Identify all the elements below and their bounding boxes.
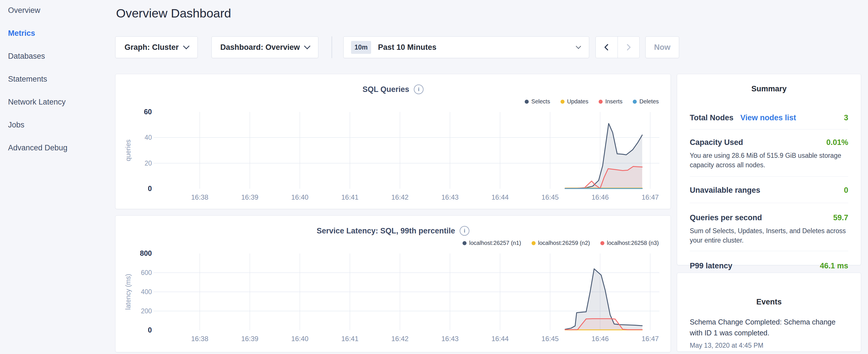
chart-title: Service Latency: SQL, 99th percentile [317, 227, 455, 235]
svg-text:16:47: 16:47 [642, 335, 659, 343]
sidebar-item-databases[interactable]: Databases [8, 53, 115, 60]
svg-text:latency (ms): latency (ms) [124, 274, 132, 310]
svg-text:16:45: 16:45 [541, 193, 559, 201]
legend-label: localhost:26257 (n1) [469, 240, 521, 246]
summary-title: Summary [690, 85, 848, 93]
svg-text:200: 200 [141, 307, 152, 315]
sidebar-item-metrics[interactable]: Metrics [8, 30, 115, 37]
chart-title: SQL Queries [363, 85, 409, 94]
time-prev-button[interactable] [596, 37, 618, 58]
dashboard-dropdown[interactable]: Dashboard: Overview [212, 36, 318, 58]
time-range-label: Past 10 Minutes [378, 43, 436, 52]
summary-panel: Summary Total Nodes View nodes list 3 Ca… [677, 74, 861, 265]
legend-dot-icon [560, 100, 564, 104]
service-latency-plot[interactable]: 16:3816:3916:4016:4116:4216:4316:4416:45… [116, 216, 671, 353]
chevron-down-icon [304, 43, 311, 50]
svg-text:16:38: 16:38 [191, 335, 208, 343]
chevron-down-icon [183, 43, 189, 50]
summary-value: 59.7 [833, 213, 848, 222]
legend-dot-icon [599, 100, 602, 104]
legend-dot-icon [600, 241, 604, 245]
svg-text:16:41: 16:41 [341, 335, 359, 343]
summary-description: You are using 28.6 MiB of 515.9 GiB usab… [690, 151, 848, 170]
summary-value: 0.01% [826, 138, 848, 147]
chart-legend: localhost:26257 (n1)localhost:26259 (n2)… [463, 240, 659, 246]
summary-row-unavailable-ranges: Unavailable ranges 0 [690, 186, 848, 195]
sidebar-item-jobs[interactable]: Jobs [8, 121, 115, 129]
graph-scope-label: Graph: Cluster [124, 43, 179, 52]
legend-dot-icon [532, 241, 535, 245]
legend-item: localhost:26259 (n2) [532, 240, 590, 246]
time-next-button[interactable] [618, 37, 640, 58]
svg-text:16:38: 16:38 [191, 193, 208, 201]
legend-item: Deletes [633, 98, 659, 105]
legend-label: Inserts [605, 98, 622, 105]
dashboard-label: Dashboard: Overview [220, 43, 300, 52]
chart-legend: SelectsUpdatesInsertsDeletes [525, 98, 659, 105]
svg-text:16:42: 16:42 [392, 193, 409, 201]
svg-text:16:41: 16:41 [341, 193, 359, 201]
time-range-selector[interactable]: 10m Past 10 Minutes [343, 36, 589, 58]
graph-scope-dropdown[interactable]: Graph: Cluster [115, 36, 198, 58]
svg-text:16:43: 16:43 [441, 335, 459, 343]
chevron-left-icon [602, 43, 611, 51]
svg-text:queries: queries [124, 139, 132, 161]
events-title: Events [690, 297, 848, 307]
summary-row-queries-per-second: Queries per second 59.7 [690, 213, 848, 222]
legend-label: localhost:26259 (n2) [538, 240, 590, 246]
svg-text:16:43: 16:43 [441, 193, 459, 201]
svg-text:40: 40 [145, 134, 152, 141]
legend-dot-icon [633, 100, 637, 104]
legend-item: localhost:26257 (n1) [463, 240, 521, 246]
sidebar-item-network-latency[interactable]: Network Latency [8, 98, 115, 106]
legend-label: Deletes [639, 98, 659, 105]
info-icon[interactable]: i [414, 85, 424, 94]
legend-dot-icon [463, 241, 467, 245]
summary-label: Capacity Used [690, 138, 743, 147]
summary-value: 46.1 ms [820, 261, 848, 270]
svg-text:800: 800 [140, 249, 152, 257]
summary-description: Sum of Selects, Updates, Inserts, and De… [690, 226, 848, 246]
svg-text:16:46: 16:46 [591, 193, 609, 201]
svg-text:16:40: 16:40 [291, 335, 308, 343]
service-latency-chart-card: 16:3816:3916:4016:4116:4216:4316:4416:45… [115, 215, 671, 352]
summary-label: Queries per second [690, 213, 762, 222]
legend-label: localhost:26258 (n3) [607, 240, 659, 246]
svg-text:0: 0 [148, 185, 152, 192]
svg-text:60: 60 [144, 108, 152, 116]
legend-label: Selects [531, 98, 550, 105]
legend-item: Updates [560, 98, 589, 105]
toolbar: Graph: Cluster Dashboard: Overview 10m P… [115, 36, 688, 58]
sidebar: Overview Metrics Databases Statements Ne… [0, 0, 115, 354]
summary-label: Total Nodes [690, 114, 734, 122]
svg-text:16:44: 16:44 [492, 193, 509, 201]
sidebar-item-statements[interactable]: Statements [8, 75, 115, 83]
legend-item: Selects [525, 98, 550, 105]
sql-queries-plot[interactable]: 16:3816:3916:4016:4116:4216:4316:4416:45… [116, 74, 671, 210]
svg-text:20: 20 [145, 160, 152, 167]
summary-value: 3 [844, 114, 848, 122]
sidebar-item-overview[interactable]: Overview [8, 7, 115, 14]
divider [690, 176, 848, 177]
svg-text:16:40: 16:40 [291, 193, 308, 201]
event-message: Schema Change Completed: Schema change w… [690, 317, 848, 338]
page-title: Overview Dashboard [116, 6, 231, 20]
events-panel: Events Schema Change Completed: Schema c… [677, 273, 861, 352]
svg-text:16:46: 16:46 [591, 335, 609, 343]
svg-text:16:42: 16:42 [392, 335, 409, 343]
chevron-down-icon [576, 43, 581, 49]
svg-text:16:44: 16:44 [492, 335, 509, 343]
info-icon[interactable]: i [460, 226, 469, 236]
summary-label: Unavailable ranges [690, 186, 760, 195]
sidebar-item-advanced-debug[interactable]: Advanced Debug [8, 144, 115, 152]
summary-value: 0 [844, 186, 848, 195]
event-timestamp: May 13, 2020 at 4:45 PM [690, 342, 848, 349]
legend-dot-icon [525, 100, 529, 104]
view-nodes-list-link[interactable]: View nodes list [741, 114, 796, 122]
sql-queries-chart-card: 16:3816:3916:4016:4116:4216:4316:4416:45… [115, 74, 671, 209]
toolbar-divider [332, 36, 332, 58]
time-step-buttons [595, 36, 640, 58]
now-button[interactable]: Now [645, 36, 679, 58]
divider [690, 203, 848, 203]
divider [690, 251, 848, 251]
